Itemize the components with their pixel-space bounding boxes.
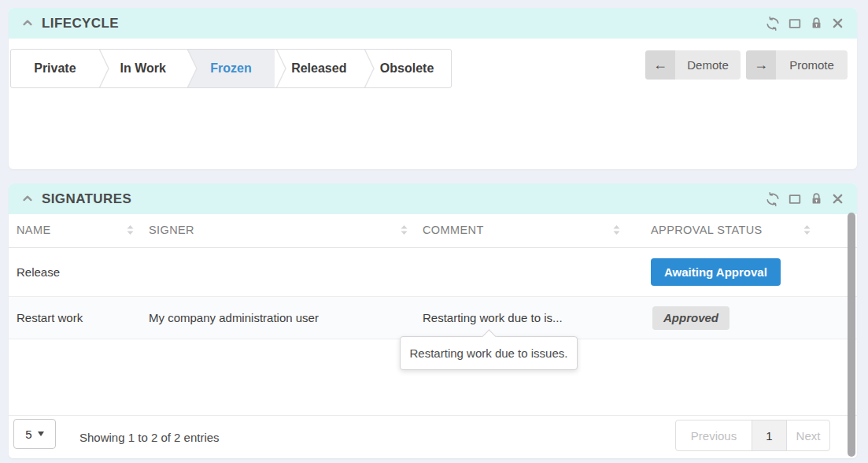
refresh-icon[interactable] [766, 192, 780, 206]
column-label: SIGNER [149, 224, 194, 236]
previous-page-button[interactable]: Previous [676, 420, 752, 450]
column-label: APPROVAL STATUS [651, 224, 763, 236]
sort-icon[interactable] [126, 224, 135, 235]
panel-controls [766, 17, 844, 31]
pagination: Previous 1 Next [675, 420, 830, 451]
sort-icon[interactable] [803, 224, 811, 235]
cell-name: Restart work [9, 311, 141, 324]
stage-label: Private [34, 61, 76, 76]
stage-frozen-current: Frozen [187, 50, 275, 87]
table-header-row: NAME SIGNER COMMENT APPROVAL STATUS [9, 212, 857, 248]
column-header-comment[interactable]: COMMENT [415, 212, 643, 247]
lock-icon[interactable] [810, 192, 823, 206]
page-size-value: 5 [25, 428, 31, 441]
close-icon[interactable] [831, 17, 844, 30]
close-icon[interactable] [831, 192, 844, 206]
stage-label: Obsolete [380, 61, 434, 76]
page-size-select[interactable]: 5 [13, 419, 56, 449]
arrow-left-icon: ← [645, 50, 675, 80]
collapse-button[interactable] [21, 192, 34, 206]
sort-icon[interactable] [400, 224, 408, 235]
signatures-panel-header: SIGNATURES [9, 183, 857, 214]
chevron-up-icon [21, 17, 34, 31]
column-header-signer[interactable]: SIGNER [141, 212, 415, 247]
approved-status-badge: Approved [652, 306, 729, 330]
stage-label: Frozen [210, 61, 251, 76]
chevron-up-icon [21, 192, 34, 206]
chevron-down-icon [38, 432, 44, 436]
stage-in-work: In Work [99, 50, 187, 87]
column-label: NAME [17, 224, 51, 236]
lock-icon[interactable] [810, 17, 823, 30]
stage-label: Released [291, 61, 346, 76]
arrow-right-icon: → [746, 50, 776, 80]
stage-released: Released [275, 50, 363, 87]
panel-controls [766, 192, 844, 206]
promote-button[interactable]: → Promote [746, 50, 848, 80]
table-row: Restart work My company administration u… [9, 297, 857, 339]
lifecycle-panel: LIFECYCLE [9, 8, 857, 169]
signatures-panel: SIGNATURES [9, 183, 857, 458]
promote-label: Promote [776, 50, 848, 80]
vertical-scrollbar[interactable] [848, 213, 855, 457]
cell-signer: My company administration user [141, 311, 415, 324]
maximize-icon[interactable] [788, 17, 802, 31]
maximize-icon[interactable] [788, 192, 802, 206]
table-footer: 5 Showing 1 to 2 of 2 entries Previous 1… [9, 415, 857, 458]
table-row: Release Awaiting Approval [9, 248, 857, 297]
collapse-button[interactable] [21, 17, 34, 31]
next-page-button[interactable]: Next [787, 420, 829, 450]
sort-icon[interactable] [612, 224, 621, 235]
column-label: COMMENT [423, 224, 484, 236]
entries-summary: Showing 1 to 2 of 2 entries [79, 416, 220, 459]
page-number-button[interactable]: 1 [752, 420, 787, 450]
refresh-icon[interactable] [766, 17, 780, 31]
lifecycle-panel-header: LIFECYCLE [9, 8, 857, 39]
cell-comment: Restarting work due to is... [415, 311, 643, 324]
demote-label: Demote [675, 50, 741, 80]
panel-title: SIGNATURES [42, 191, 131, 207]
stage-private: Private [11, 50, 99, 87]
stage-label: In Work [120, 61, 166, 76]
stage-obsolete: Obsolete [363, 50, 451, 87]
lifecycle-stage-bar: Private In Work Frozen Released Obsolete [10, 49, 452, 88]
panel-title: LIFECYCLE [42, 16, 119, 31]
cell-name: Release [9, 265, 141, 279]
awaiting-approval-button[interactable]: Awaiting Approval [651, 258, 781, 286]
column-header-approval-status[interactable]: APPROVAL STATUS [643, 212, 857, 247]
column-header-name[interactable]: NAME [9, 212, 141, 247]
demote-button[interactable]: ← Demote [645, 50, 741, 80]
comment-tooltip: Restarting work due to issues. [400, 336, 578, 370]
